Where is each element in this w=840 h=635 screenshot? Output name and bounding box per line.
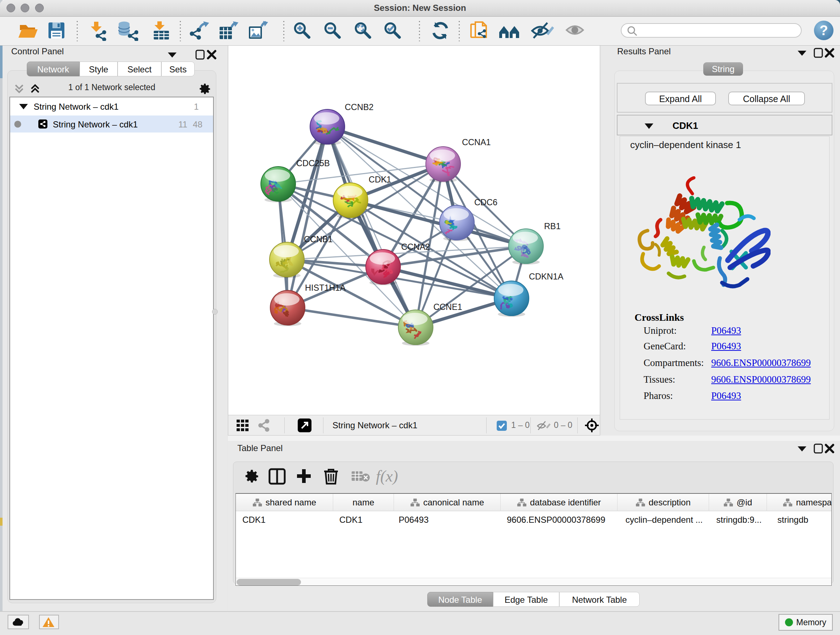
svg-text:CDC6: CDC6 — [474, 198, 497, 207]
svg-text:CDK1: CDK1 — [369, 175, 392, 184]
svg-text:CCNA1: CCNA1 — [462, 138, 491, 147]
svg-text:CCNB2: CCNB2 — [345, 103, 374, 112]
svg-text:CCNE1: CCNE1 — [433, 302, 462, 312]
svg-text:HIST1H1A: HIST1H1A — [305, 283, 346, 293]
svg-text:CDKN1A: CDKN1A — [529, 272, 564, 281]
svg-text:CCNA2: CCNA2 — [401, 242, 430, 252]
svg-text:CCNB1: CCNB1 — [304, 234, 333, 244]
svg-text:CDC25B: CDC25B — [296, 158, 330, 168]
svg-text:RB1: RB1 — [544, 222, 561, 231]
